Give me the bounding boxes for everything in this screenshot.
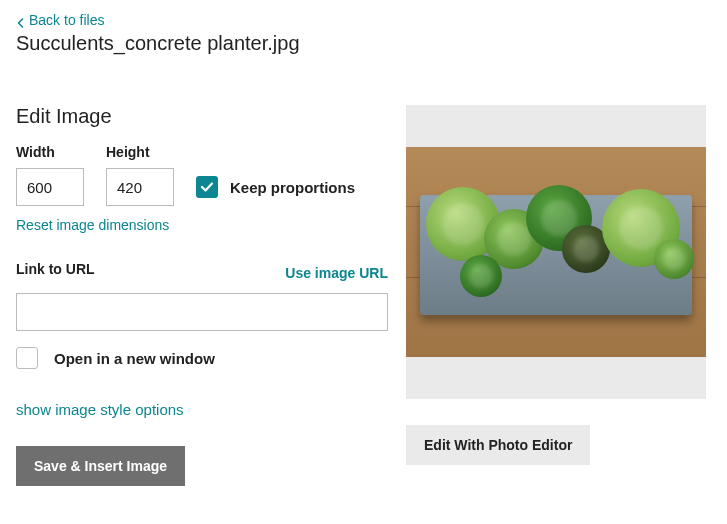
link-url-label: Link to URL	[16, 261, 95, 277]
reset-dimensions-link[interactable]: Reset image dimensions	[16, 217, 169, 233]
edit-image-heading: Edit Image	[16, 105, 388, 128]
check-icon	[200, 180, 214, 194]
width-input[interactable]	[16, 168, 84, 206]
keep-proportions-checkbox[interactable]	[196, 176, 218, 198]
width-label: Width	[16, 144, 84, 160]
back-link-label: Back to files	[29, 12, 104, 28]
use-image-url-link[interactable]: Use image URL	[285, 265, 388, 281]
new-window-label: Open in a new window	[54, 350, 215, 367]
save-insert-button[interactable]: Save & Insert Image	[16, 446, 185, 486]
link-url-input[interactable]	[16, 293, 388, 331]
image-preview-frame	[406, 105, 706, 399]
image-preview	[406, 147, 706, 357]
show-style-options-link[interactable]: show image style options	[16, 401, 184, 418]
back-to-files-link[interactable]: Back to files	[16, 12, 104, 28]
height-input[interactable]	[106, 168, 174, 206]
new-window-checkbox[interactable]	[16, 347, 38, 369]
edit-with-photo-editor-button[interactable]: Edit With Photo Editor	[406, 425, 590, 465]
keep-proportions-label: Keep proportions	[230, 179, 355, 196]
chevron-left-icon	[16, 15, 26, 25]
filename-title: Succulents_concrete planter.jpg	[16, 32, 711, 55]
height-label: Height	[106, 144, 174, 160]
